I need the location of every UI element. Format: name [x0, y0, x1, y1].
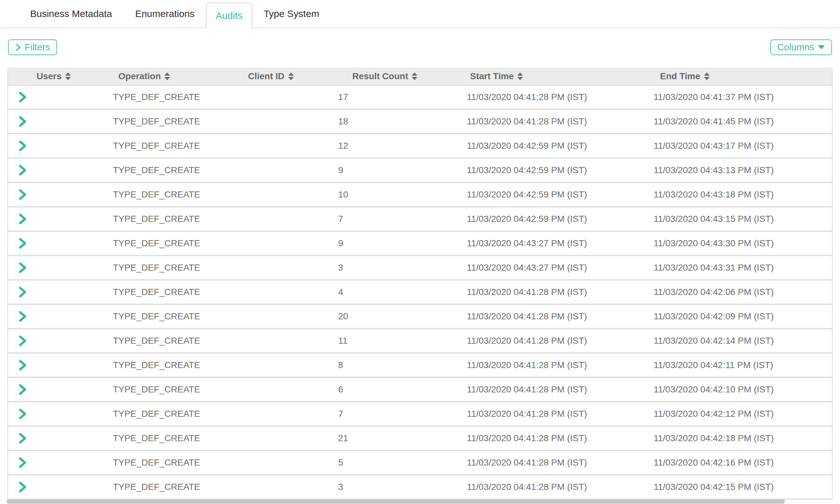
- horizontal-scrollbar-thumb[interactable]: [6, 500, 785, 504]
- table-row: TYPE_DEF_CREATE 6 11/03/2020 04:41:28 PM…: [8, 378, 832, 402]
- sort-icon: [164, 72, 170, 80]
- start-time-cell: 11/03/2020 04:42:59 PM (IST): [459, 159, 647, 182]
- end-time-cell: 11/03/2020 04:42:11 PM (IST): [647, 354, 832, 377]
- client-id-cell: [225, 451, 331, 474]
- tab-audits[interactable]: Audits: [206, 3, 252, 28]
- client-id-cell: [225, 86, 331, 109]
- operation-cell: TYPE_DEF_CREATE: [106, 256, 225, 279]
- table-row: TYPE_DEF_CREATE 20 11/03/2020 04:41:28 P…: [8, 305, 832, 329]
- result-count-cell: 8: [331, 354, 459, 377]
- result-count-cell: 7: [331, 402, 459, 426]
- expand-row-button[interactable]: [18, 164, 27, 177]
- expand-row-button[interactable]: [18, 310, 27, 323]
- end-time-cell: 11/03/2020 04:42:09 PM (IST): [647, 305, 832, 328]
- result-count-cell: 20: [331, 305, 459, 328]
- column-header-end-time[interactable]: End Time: [647, 68, 832, 85]
- result-count-cell: 3: [331, 475, 459, 499]
- users-cell: [8, 159, 106, 182]
- users-cell: [8, 208, 106, 231]
- end-time-cell: 11/03/2020 04:41:37 PM (IST): [647, 86, 832, 109]
- column-header-users[interactable]: Users: [8, 68, 106, 85]
- start-time-cell: 11/03/2020 04:41:28 PM (IST): [459, 427, 647, 450]
- end-time-cell: 11/03/2020 04:42:10 PM (IST): [647, 378, 832, 401]
- filters-button-label: Filters: [25, 42, 50, 53]
- tab-type-system[interactable]: Type System: [252, 0, 331, 28]
- sort-icon: [412, 72, 417, 80]
- expand-row-button[interactable]: [18, 359, 27, 372]
- audit-table-body: TYPE_DEF_CREATE 17 11/03/2020 04:41:28 P…: [8, 86, 832, 500]
- expand-row-button[interactable]: [18, 237, 27, 250]
- expand-row-button[interactable]: [18, 261, 27, 274]
- users-cell: [8, 256, 106, 279]
- expand-row-button[interactable]: [18, 456, 27, 469]
- start-time-cell: 11/03/2020 04:41:28 PM (IST): [459, 402, 647, 426]
- expand-row-button[interactable]: [18, 286, 27, 299]
- users-cell: [8, 86, 106, 109]
- expand-row-button[interactable]: [18, 383, 27, 396]
- expand-row-button[interactable]: [18, 408, 27, 420]
- column-header-label: Start Time: [470, 71, 514, 82]
- end-time-cell: 11/03/2020 04:41:45 PM (IST): [647, 110, 832, 133]
- expand-row-button[interactable]: [18, 188, 27, 201]
- chevron-right-icon: [15, 43, 21, 52]
- end-time-cell: 11/03/2020 04:43:13 PM (IST): [647, 159, 832, 182]
- operation-cell: TYPE_DEF_CREATE: [106, 281, 225, 304]
- column-header-result-count[interactable]: Result Count: [331, 68, 459, 85]
- users-cell: [8, 281, 106, 304]
- columns-button[interactable]: Columns: [770, 39, 832, 55]
- table-row: TYPE_DEF_CREATE 7 11/03/2020 04:42:59 PM…: [8, 208, 832, 232]
- table-row: TYPE_DEF_CREATE 4 11/03/2020 04:41:28 PM…: [8, 281, 832, 305]
- sort-icon: [704, 72, 710, 80]
- column-header-start-time[interactable]: Start Time: [459, 68, 647, 85]
- operation-cell: TYPE_DEF_CREATE: [106, 402, 225, 426]
- expand-row-button[interactable]: [18, 481, 27, 493]
- end-time-cell: 11/03/2020 04:42:12 PM (IST): [647, 402, 832, 426]
- result-count-cell: 9: [331, 159, 459, 182]
- expand-row-button[interactable]: [18, 213, 27, 226]
- column-header-client-id[interactable]: Client ID: [225, 68, 331, 85]
- client-id-cell: [225, 256, 331, 279]
- end-time-cell: 11/03/2020 04:43:15 PM (IST): [647, 208, 832, 231]
- result-count-cell: 4: [331, 281, 459, 304]
- start-time-cell: 11/03/2020 04:41:28 PM (IST): [459, 110, 647, 133]
- table-row: TYPE_DEF_CREATE 7 11/03/2020 04:41:28 PM…: [8, 402, 832, 427]
- client-id-cell: [225, 134, 331, 158]
- tab-business-metadata[interactable]: Business Metadata: [19, 0, 124, 28]
- table-row: TYPE_DEF_CREATE 11 11/03/2020 04:41:28 P…: [8, 329, 832, 354]
- expand-row-button[interactable]: [18, 335, 27, 347]
- result-count-cell: 9: [331, 232, 459, 255]
- start-time-cell: 11/03/2020 04:41:28 PM (IST): [459, 86, 647, 109]
- end-time-cell: 11/03/2020 04:43:17 PM (IST): [647, 134, 832, 158]
- users-cell: [8, 354, 106, 377]
- end-time-cell: 11/03/2020 04:42:14 PM (IST): [647, 329, 832, 352]
- users-cell: [8, 305, 106, 328]
- column-header-operation[interactable]: Operation: [106, 68, 225, 85]
- table-row: TYPE_DEF_CREATE 3 11/03/2020 04:43:27 PM…: [8, 256, 832, 281]
- filters-button[interactable]: Filters: [8, 39, 57, 55]
- audit-table-header: Users Operation Client ID Result Count S…: [8, 68, 832, 86]
- sort-icon: [517, 72, 523, 80]
- expand-row-button[interactable]: [18, 432, 27, 445]
- columns-button-label: Columns: [777, 42, 814, 53]
- users-cell: [8, 183, 106, 206]
- result-count-cell: 17: [331, 86, 459, 109]
- client-id-cell: [225, 402, 331, 426]
- result-count-cell: 18: [331, 110, 459, 133]
- users-cell: [8, 451, 106, 474]
- table-row: TYPE_DEF_CREATE 21 11/03/2020 04:41:28 P…: [8, 427, 832, 451]
- client-id-cell: [225, 329, 331, 352]
- client-id-cell: [225, 427, 331, 450]
- expand-row-button[interactable]: [18, 91, 27, 104]
- operation-cell: TYPE_DEF_CREATE: [106, 475, 225, 499]
- start-time-cell: 11/03/2020 04:41:28 PM (IST): [459, 451, 647, 474]
- start-time-cell: 11/03/2020 04:42:59 PM (IST): [459, 208, 647, 231]
- users-cell: [8, 134, 106, 158]
- expand-row-button[interactable]: [18, 140, 27, 152]
- end-time-cell: 11/03/2020 04:43:30 PM (IST): [647, 232, 832, 255]
- client-id-cell: [225, 232, 331, 255]
- expand-row-button[interactable]: [18, 115, 27, 128]
- tab-enumerations[interactable]: Enumerations: [124, 0, 206, 28]
- result-count-cell: 10: [331, 183, 459, 206]
- operation-cell: TYPE_DEF_CREATE: [106, 159, 225, 182]
- start-time-cell: 11/03/2020 04:41:28 PM (IST): [459, 475, 647, 499]
